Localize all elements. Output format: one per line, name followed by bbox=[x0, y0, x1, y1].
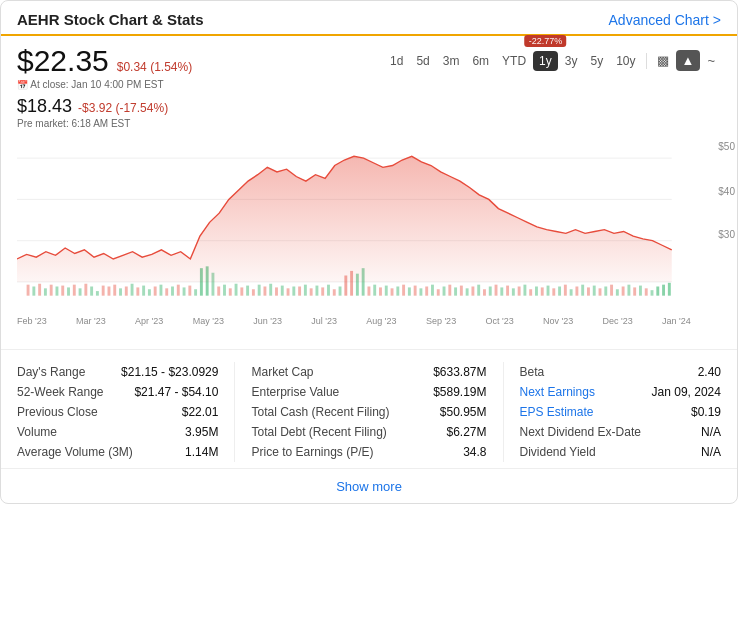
svg-rect-44 bbox=[258, 285, 261, 296]
svg-rect-70 bbox=[408, 287, 411, 295]
svg-rect-115 bbox=[668, 283, 671, 296]
svg-rect-62 bbox=[339, 287, 342, 296]
svg-rect-73 bbox=[425, 287, 428, 296]
stat-row: Enterprise Value $589.19M bbox=[251, 382, 486, 402]
svg-rect-89 bbox=[518, 287, 521, 296]
chart-type-line[interactable]: ~ bbox=[701, 50, 721, 71]
time-btn-10y[interactable]: 10y bbox=[610, 51, 641, 71]
svg-rect-110 bbox=[639, 286, 642, 296]
svg-rect-48 bbox=[281, 286, 284, 296]
svg-rect-61 bbox=[333, 289, 336, 295]
svg-rect-84 bbox=[489, 287, 492, 296]
main-price: $22.35 bbox=[17, 44, 109, 78]
svg-rect-71 bbox=[414, 286, 417, 296]
svg-rect-74 bbox=[431, 285, 434, 296]
y-label-50: $50 bbox=[718, 141, 735, 152]
svg-rect-21 bbox=[108, 287, 111, 296]
svg-rect-114 bbox=[662, 285, 665, 296]
advanced-chart-link[interactable]: Advanced Chart > bbox=[609, 12, 721, 28]
svg-rect-45 bbox=[263, 287, 266, 296]
svg-rect-29 bbox=[154, 287, 157, 296]
svg-rect-95 bbox=[552, 288, 555, 295]
time-btn-5d[interactable]: 5d bbox=[410, 51, 435, 71]
svg-rect-58 bbox=[315, 286, 318, 296]
stat-row: Dividend Yield N/A bbox=[520, 442, 721, 462]
show-more-row: Show more bbox=[1, 468, 737, 503]
x-label-feb: Feb '23 bbox=[17, 316, 47, 326]
stat-row: Total Debt (Recent Filing) $6.27M bbox=[251, 422, 486, 442]
time-btn-1d[interactable]: 1d bbox=[384, 51, 409, 71]
svg-rect-22 bbox=[113, 285, 116, 296]
stats-col-2: Market Cap $633.87M Enterprise Value $58… bbox=[251, 362, 503, 462]
x-label-jul: Jul '23 bbox=[311, 316, 337, 326]
svg-rect-33 bbox=[177, 285, 180, 296]
svg-rect-75 bbox=[437, 289, 440, 295]
svg-rect-13 bbox=[79, 288, 82, 295]
stats-col-1: Day's Range $21.15 - $23.0929 52-Week Ra… bbox=[17, 362, 235, 462]
svg-rect-67 bbox=[391, 288, 394, 295]
svg-rect-68 bbox=[396, 287, 399, 296]
x-label-nov: Nov '23 bbox=[543, 316, 573, 326]
svg-rect-107 bbox=[622, 287, 625, 296]
x-label-aug: Aug '23 bbox=[366, 316, 396, 326]
svg-rect-25 bbox=[131, 284, 134, 296]
svg-rect-55 bbox=[298, 287, 301, 296]
stat-row-next-earnings: Next Earnings Jan 09, 2024 bbox=[520, 382, 721, 402]
svg-rect-96 bbox=[558, 287, 561, 296]
svg-rect-36 bbox=[194, 289, 197, 295]
svg-rect-79 bbox=[460, 286, 463, 296]
eps-estimate-link[interactable]: EPS Estimate bbox=[520, 405, 594, 419]
next-earnings-link[interactable]: Next Earnings bbox=[520, 385, 595, 399]
svg-rect-8 bbox=[50, 285, 53, 296]
svg-rect-12 bbox=[73, 285, 76, 296]
svg-rect-7 bbox=[44, 288, 47, 295]
svg-rect-90 bbox=[523, 285, 526, 296]
x-label-jun: Jun '23 bbox=[253, 316, 282, 326]
premarket-price: $18.43 bbox=[17, 96, 72, 117]
svg-rect-32 bbox=[171, 287, 174, 296]
svg-rect-15 bbox=[90, 287, 93, 296]
chart-area: $50 $40 $30 Feb '23 Mar '23 Apr '23 May … bbox=[1, 129, 737, 349]
svg-rect-23 bbox=[119, 288, 122, 295]
svg-rect-76 bbox=[443, 287, 446, 296]
stat-row: Average Volume (3M) 1.14M bbox=[17, 442, 218, 462]
svg-rect-63 bbox=[367, 287, 370, 296]
svg-rect-35 bbox=[188, 286, 191, 296]
svg-rect-49 bbox=[287, 288, 290, 295]
time-btn-3m[interactable]: 3m bbox=[437, 51, 466, 71]
x-label-may: May '23 bbox=[193, 316, 224, 326]
svg-rect-4 bbox=[27, 285, 30, 296]
svg-rect-92 bbox=[535, 287, 538, 296]
time-btn-1y[interactable]: 1y bbox=[533, 51, 558, 71]
svg-rect-102 bbox=[593, 286, 596, 296]
svg-rect-42 bbox=[246, 286, 249, 296]
stats-section: Day's Range $21.15 - $23.0929 52-Week Ra… bbox=[1, 349, 737, 468]
chart-type-mountain[interactable]: ▲ bbox=[676, 50, 701, 71]
stat-row: Previous Close $22.01 bbox=[17, 402, 218, 422]
svg-rect-27 bbox=[142, 286, 145, 296]
svg-rect-60 bbox=[327, 285, 330, 296]
svg-rect-101 bbox=[587, 287, 590, 295]
time-btn-6m[interactable]: 6m bbox=[466, 51, 495, 71]
svg-rect-88 bbox=[512, 288, 515, 295]
chart-type-bar[interactable]: ▩ bbox=[651, 50, 675, 71]
svg-rect-77 bbox=[448, 285, 451, 296]
svg-rect-104 bbox=[604, 287, 607, 296]
svg-rect-69 bbox=[402, 285, 405, 296]
svg-rect-91 bbox=[529, 289, 532, 295]
svg-rect-50 bbox=[292, 287, 295, 296]
svg-rect-30 bbox=[160, 285, 163, 296]
close-time: 📅 At close: Jan 10 4:00 PM EST bbox=[17, 79, 192, 90]
svg-rect-108 bbox=[627, 285, 630, 296]
time-btn-ytd[interactable]: YTD bbox=[496, 51, 532, 71]
svg-rect-97 bbox=[564, 285, 567, 296]
time-btn-5y[interactable]: 5y bbox=[584, 51, 609, 71]
price-section: $22.35 $0.34 (1.54%) 📅 At close: Jan 10 … bbox=[17, 44, 192, 129]
time-range-controls[interactable]: 1d 5d 3m 6m YTD 1y -22.77% 3y 5y 10y ▩ ▲… bbox=[384, 44, 721, 71]
time-btn-3y[interactable]: 3y bbox=[559, 51, 584, 71]
svg-rect-87 bbox=[506, 286, 509, 296]
show-more-button[interactable]: Show more bbox=[336, 479, 402, 494]
svg-rect-37 bbox=[217, 287, 220, 296]
svg-rect-78 bbox=[454, 287, 457, 295]
premarket-label: Pre market: 6:18 AM EST bbox=[17, 118, 192, 129]
